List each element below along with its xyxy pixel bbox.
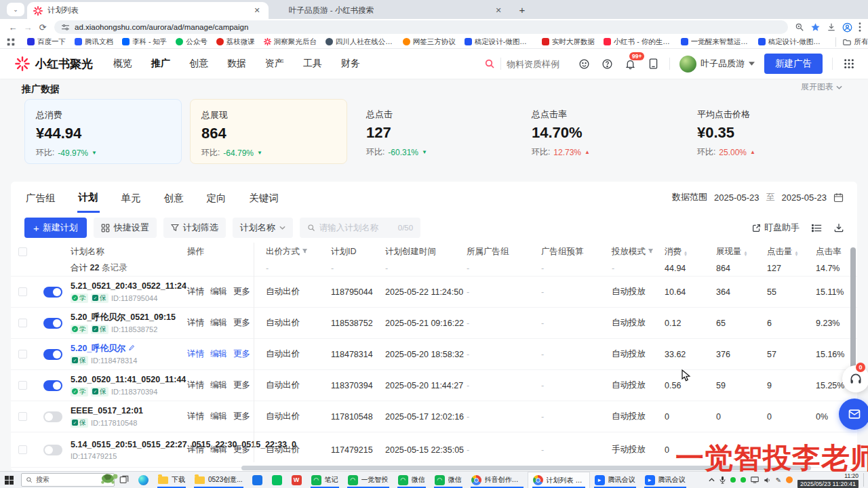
status-toggle[interactable] [43,318,62,329]
close-icon[interactable]: ✕ [252,5,262,16]
taskbar-edge[interactable] [134,472,153,488]
account-menu[interactable]: 叶子品质游 [679,56,755,73]
new-ad-button[interactable]: 新建广告 [764,54,823,74]
reload-icon[interactable]: ⟳ [35,20,50,35]
taskbar-chrome-plans[interactable]: 计划列表 - ... [528,472,590,488]
tab-creative[interactable]: 创意 [163,183,185,211]
tab-keywords[interactable]: 关键词 [248,183,281,211]
bookmark-item[interactable]: 腾讯文档 [75,37,113,47]
more-link[interactable]: 更多 [233,317,250,329]
status-toggle[interactable] [43,349,62,360]
edit-pencil-icon[interactable] [128,344,135,351]
detail-link[interactable]: 详情 [187,444,204,455]
more-link[interactable]: 更多 [233,380,250,391]
stat-card-cost[interactable]: 总消费 ¥44.94 环比:-49.97%▼ [24,99,182,164]
download-icon[interactable] [827,22,836,32]
col-name[interactable]: 计划名称 [65,246,187,258]
help-icon[interactable] [600,57,614,70]
col-bid[interactable]: 出价方式 [266,246,331,258]
tab-targeting[interactable]: 定向 [205,183,228,211]
detail-link[interactable]: 详情 [187,286,204,298]
taskbar-downloads-folder[interactable]: 下载 [153,472,190,488]
back-icon[interactable]: ← [5,20,20,35]
col-cost[interactable]: 消费▲▼ [665,246,716,258]
pen-icon[interactable]: ✎ [776,476,781,484]
edit-link[interactable]: 编辑 [210,411,227,422]
status-toggle[interactable] [43,380,62,391]
all-bookmarks[interactable]: 所有书签 [835,37,868,47]
display-icon[interactable] [751,476,759,483]
plan-name[interactable]: 5.20_呼伦贝尔_0521_09:15 [71,312,187,323]
tab-unit[interactable]: 单元 [120,183,142,211]
column-settings-icon[interactable] [812,224,822,232]
row-checkbox[interactable] [18,350,27,359]
new-plan-button[interactable]: +新建计划 [24,218,87,238]
bookmark-item[interactable]: 稿定设计-做图做视... [758,37,827,47]
taskbar-blue-app[interactable] [248,472,267,488]
taskbar-green-app[interactable] [267,472,287,488]
nav-finance[interactable]: 财务 [341,58,360,70]
plan-name[interactable]: 5.20_0520_11:41_0520_11:44 [71,375,187,385]
stat-card-impressions[interactable]: 总展现 864 环比:-64.79%▼ [190,99,347,164]
bookmark-item[interactable]: 四川人社在线公共... [326,37,394,47]
apps-grid-icon[interactable] [842,57,856,70]
status-toggle[interactable] [43,287,62,298]
taskbar-wps[interactable]: W [287,472,307,488]
row-checkbox[interactable] [18,412,27,421]
taskbar-wechat-yijue[interactable]: ◠一觉智投 [343,472,393,488]
col-ctr[interactable]: 点击率 [816,246,848,258]
wechat-tray-icon[interactable] [741,477,746,483]
stat-card-clicks[interactable]: 总点击 127 环比:-60.31%▼ [355,99,513,164]
more-link[interactable]: 更多 [233,348,250,360]
nav-creative[interactable]: 创意 [189,58,208,70]
bookmark-item[interactable]: 公众号 [176,37,208,47]
speaker-icon[interactable] [764,476,771,484]
tab-search-button[interactable]: ⌄ [7,3,24,16]
wechat-tray-icon[interactable] [730,477,736,483]
detail-link[interactable]: 详情 [187,411,204,422]
download-icon[interactable] [834,223,844,232]
taskbar-wechat-note[interactable]: ◠笔记 [307,472,343,488]
plan-search-box[interactable]: 0/50 [300,218,420,238]
more-link[interactable]: 更多 [233,286,250,298]
edit-link[interactable]: 编辑 [210,444,227,455]
bookmark-item[interactable]: 荔枝微课 [216,37,255,47]
date-from[interactable]: 2025-05-23 [714,192,760,203]
bookmark-item[interactable]: 稿定设计-做图做视... [465,37,533,47]
sort-icon[interactable]: ▲▼ [795,251,799,257]
sort-icon[interactable]: ▲▼ [684,251,688,257]
taskbar-creative-folder[interactable]: 0523创意... [190,472,248,488]
col-imp[interactable]: 展现量▲▼ [716,246,767,258]
taskbar-search[interactable]: 搜索 [21,473,115,487]
plan-name[interactable]: 5.14_0515_20:51_0515_22:27_0515_22:30_05… [71,440,187,450]
brand-logo[interactable]: 小红书聚光 [15,56,93,72]
profile-icon[interactable] [842,22,852,33]
feedback-smiley-icon[interactable] [577,57,591,70]
taskbar-wechat-1[interactable]: ◠微信 [393,472,430,488]
nav-data[interactable]: 数据 [227,58,246,70]
monitor-helper-link[interactable]: 盯盘助手 [752,222,800,234]
forward-icon[interactable]: → [20,20,35,35]
nav-assets[interactable]: 资产 [265,58,284,70]
select-all-checkbox[interactable] [18,247,27,256]
nav-tools[interactable]: 工具 [303,58,322,70]
filter-icon[interactable] [648,248,654,254]
col-budget[interactable]: 广告组预算 [541,246,612,258]
customer-service-button[interactable]: 0 [842,365,868,392]
browser-tab-active[interactable]: 计划列表 ✕ [27,2,269,19]
col-created[interactable]: 计划创建时间 [385,246,467,258]
bookmark-star-icon[interactable] [810,22,821,33]
taskbar-chrome-douyin[interactable]: 抖音创作者... [467,472,528,488]
feedback-mail-button[interactable] [839,399,868,430]
bookmark-item[interactable]: 实时大屏数据 [542,37,595,47]
edit-link[interactable]: 编辑 [210,317,227,329]
notification-bell-icon[interactable]: 99+ [623,57,637,70]
calendar-icon[interactable] [833,192,844,203]
filter-icon[interactable] [302,248,308,254]
col-group[interactable]: 所属广告组 [467,246,541,258]
bookmark-item[interactable]: 百度一下 [27,37,66,47]
search-field-select[interactable]: 计划名称 [233,218,293,238]
zoom-icon[interactable] [795,22,804,32]
more-link[interactable]: 更多 [233,444,250,455]
scrollbar-thumb[interactable] [850,247,856,373]
